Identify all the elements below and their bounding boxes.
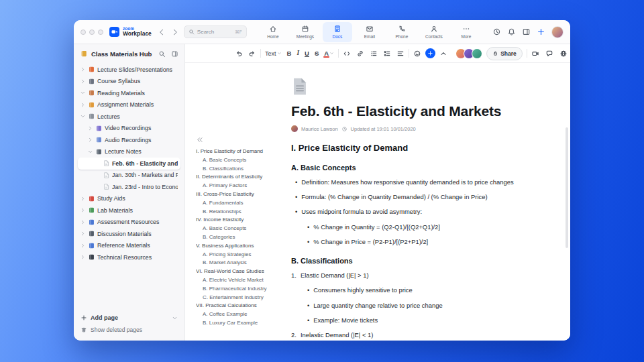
tree-item[interactable]: Lecture Slides/Presentations xyxy=(78,64,180,76)
outline-item[interactable]: II. Determinants of Elasticity xyxy=(196,173,283,182)
chevron-right-icon[interactable] xyxy=(80,254,86,260)
chevron-right-icon[interactable] xyxy=(87,137,93,143)
emoji-button[interactable] xyxy=(412,49,423,58)
start-video-icon[interactable] xyxy=(531,50,539,58)
tree-item[interactable]: Assignment Materials xyxy=(78,99,180,111)
tab-contacts[interactable]: Contacts xyxy=(419,22,449,42)
collapse-toolbar-button[interactable] xyxy=(438,49,449,58)
redo-button[interactable] xyxy=(247,49,258,58)
outline-item[interactable]: B. Pharmaceutical Industry xyxy=(196,285,283,294)
chevron-down-icon[interactable] xyxy=(87,149,93,155)
underline-button[interactable]: U xyxy=(303,50,311,58)
tab-more[interactable]: More xyxy=(451,22,481,42)
user-avatar[interactable] xyxy=(551,26,564,38)
chevron-right-icon[interactable] xyxy=(87,125,93,131)
undo-button[interactable] xyxy=(233,49,244,58)
code-block-button[interactable] xyxy=(341,49,352,58)
chevron-down-icon[interactable] xyxy=(172,315,178,321)
insert-link-button[interactable] xyxy=(355,49,366,58)
chevron-right-icon[interactable] xyxy=(80,66,86,72)
outline-item[interactable]: A. Coffee Example xyxy=(196,310,283,319)
tree-item[interactable]: Discussion Materials xyxy=(78,228,180,240)
language-icon[interactable] xyxy=(559,50,568,58)
tree-item[interactable]: Audio Recordings xyxy=(78,134,180,146)
chevron-right-icon[interactable] xyxy=(80,219,86,225)
comments-icon[interactable] xyxy=(545,50,553,58)
share-button[interactable]: Share xyxy=(486,47,523,60)
close-window-button[interactable] xyxy=(80,29,86,35)
sidebar-collapse-icon[interactable] xyxy=(171,50,178,58)
tree-item[interactable]: Jan. 30th - Markets and P... xyxy=(78,170,180,182)
tab-meetings[interactable]: Meetings xyxy=(290,22,320,42)
collaborator-avatars[interactable] xyxy=(453,48,482,59)
forward-button[interactable] xyxy=(170,28,180,36)
tree-item[interactable]: Technical Resources xyxy=(78,251,180,263)
tree-item[interactable]: Reference Materials xyxy=(78,240,180,252)
tree-item[interactable]: Jan. 23rd - Intro to Econo... xyxy=(78,181,180,193)
tree-item[interactable]: Assessment Resources xyxy=(78,217,180,229)
outline-item[interactable]: VI. Real-World Case Studies xyxy=(196,267,283,276)
text-color-button[interactable]: A xyxy=(323,50,335,58)
chevron-right-icon[interactable] xyxy=(80,231,86,237)
bold-button[interactable]: B xyxy=(286,50,293,58)
tree-item[interactable]: Lab Materials xyxy=(78,204,180,217)
chevron-down-icon[interactable] xyxy=(80,113,86,119)
outline-item[interactable]: B. Classifications xyxy=(196,165,283,174)
tree-item[interactable]: Study Aids xyxy=(78,193,180,205)
add-page-button[interactable]: Add page xyxy=(80,312,178,324)
tree-item[interactable]: Video Recordings xyxy=(78,123,180,135)
maximize-window-button[interactable] xyxy=(98,29,103,35)
sidebar-search-icon[interactable] xyxy=(158,50,166,58)
minimize-window-button[interactable] xyxy=(89,29,95,35)
chevron-right-icon[interactable] xyxy=(80,102,86,108)
global-search-input[interactable]: Search ⌘F xyxy=(184,25,247,38)
tree-item[interactable]: Reading Materials xyxy=(78,87,180,99)
outline-item[interactable]: A. Electric Vehicle Market xyxy=(196,276,283,285)
chevron-right-icon[interactable] xyxy=(80,196,86,202)
tree-item[interactable]: Course Syllabus xyxy=(78,76,180,88)
scrollbar[interactable] xyxy=(566,127,568,248)
outline-item[interactable]: A. Pricing Strategies xyxy=(196,251,283,259)
tab-home[interactable]: Home xyxy=(258,22,288,42)
insert-button[interactable] xyxy=(425,48,435,58)
outline-item[interactable]: V. Business Applications xyxy=(196,242,283,251)
italic-button[interactable]: I xyxy=(295,50,301,58)
outline-item[interactable]: B. Relationships xyxy=(196,208,283,217)
outline-item[interactable]: IV. Income Elasticity xyxy=(196,216,283,225)
tab-email[interactable]: Email xyxy=(355,22,384,42)
collaborator-avatar[interactable] xyxy=(472,48,482,59)
tree-item[interactable]: Feb. 6th - Elasticity and M... xyxy=(78,158,180,170)
text-style-button[interactable]: Text xyxy=(264,50,283,58)
toggle-panel-icon[interactable] xyxy=(522,27,531,36)
new-icon[interactable] xyxy=(537,27,545,36)
tree-item[interactable]: Lectures xyxy=(78,111,180,123)
strikethrough-button[interactable]: S xyxy=(313,50,320,58)
history-icon[interactable] xyxy=(492,27,501,36)
align-button[interactable] xyxy=(395,49,406,58)
outline-item[interactable]: A. Basic Concepts xyxy=(196,156,283,165)
chevron-right-icon[interactable] xyxy=(80,207,86,213)
outline-item[interactable]: B. Categories xyxy=(196,233,283,242)
outline-item[interactable]: A. Basic Concepts xyxy=(196,225,283,233)
tab-docs[interactable]: Docs xyxy=(323,22,352,42)
chevron-right-icon[interactable] xyxy=(80,78,86,84)
document-content[interactable]: Feb. 6th - Elasticity and Markets Mauric… xyxy=(284,63,570,341)
outline-item[interactable]: B. Luxury Car Example xyxy=(196,319,283,328)
outline-item[interactable]: VII. Practical Calculations xyxy=(196,302,283,310)
outline-item[interactable]: A. Primary Factors xyxy=(196,182,283,190)
outline-item[interactable]: C. Entertainment Industry xyxy=(196,294,283,302)
tree-item[interactable]: Lecture Notes xyxy=(78,146,180,158)
outline-item[interactable]: III. Cross-Price Elasticity xyxy=(196,190,283,199)
bullet-list-button[interactable] xyxy=(368,49,379,58)
collapse-outline-icon[interactable] xyxy=(196,136,203,143)
notifications-icon[interactable] xyxy=(507,27,516,36)
show-deleted-button[interactable]: Show deleted pages xyxy=(80,324,178,335)
chevron-right-icon[interactable] xyxy=(80,243,86,249)
chevron-down-icon[interactable] xyxy=(80,90,86,96)
outline-item[interactable]: B. Market Analysis xyxy=(196,259,283,267)
outline-item[interactable]: I. Price Elasticity of Demand xyxy=(196,147,283,156)
numbered-list-button[interactable] xyxy=(382,49,392,58)
back-button[interactable] xyxy=(157,28,166,36)
tab-phone[interactable]: Phone xyxy=(387,22,417,42)
outline-item[interactable]: A. Fundamentals xyxy=(196,199,283,208)
